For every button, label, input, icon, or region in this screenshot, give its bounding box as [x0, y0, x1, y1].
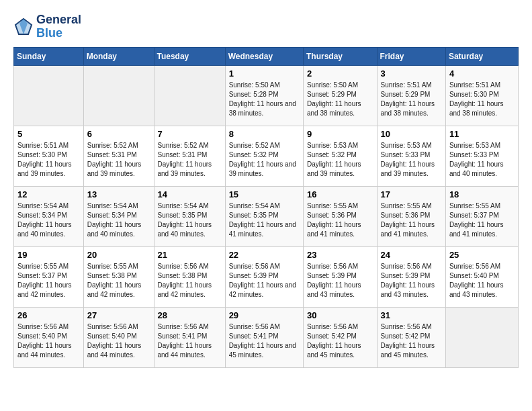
day-info: Sunrise: 5:55 AM Sunset: 5:36 PM Dayligh…: [381, 201, 442, 239]
calendar-cell: 19Sunrise: 5:55 AM Sunset: 5:37 PM Dayli…: [14, 246, 84, 307]
day-number: 26: [17, 310, 80, 320]
day-number: 5: [17, 129, 80, 139]
calendar-cell: 7Sunrise: 5:52 AM Sunset: 5:31 PM Daylig…: [154, 126, 225, 186]
day-number: 15: [229, 189, 300, 199]
day-number: 8: [229, 129, 300, 139]
day-number: 10: [381, 129, 442, 139]
day-number: 16: [307, 189, 373, 199]
weekday-header: Wednesday: [225, 47, 303, 65]
calendar-week-row: 12Sunrise: 5:54 AM Sunset: 5:34 PM Dayli…: [14, 186, 519, 246]
day-info: Sunrise: 5:55 AM Sunset: 5:36 PM Dayligh…: [307, 201, 373, 239]
weekday-header: Monday: [83, 47, 154, 65]
day-info: Sunrise: 5:55 AM Sunset: 5:37 PM Dayligh…: [449, 201, 515, 239]
day-info: Sunrise: 5:56 AM Sunset: 5:40 PM Dayligh…: [17, 322, 80, 360]
day-number: 9: [307, 129, 373, 139]
calendar-cell: 6Sunrise: 5:52 AM Sunset: 5:31 PM Daylig…: [83, 126, 154, 186]
logo-icon: [13, 17, 34, 37]
day-number: 13: [87, 189, 150, 199]
day-number: 3: [381, 68, 442, 79]
weekday-header: Tuesday: [154, 47, 225, 65]
calendar-cell: 8Sunrise: 5:52 AM Sunset: 5:32 PM Daylig…: [225, 126, 303, 186]
calendar-cell: 10Sunrise: 5:53 AM Sunset: 5:33 PM Dayli…: [377, 126, 445, 186]
day-info: Sunrise: 5:52 AM Sunset: 5:31 PM Dayligh…: [87, 141, 150, 179]
day-number: 27: [87, 310, 150, 320]
day-info: Sunrise: 5:56 AM Sunset: 5:40 PM Dayligh…: [449, 262, 515, 300]
calendar-cell: 13Sunrise: 5:54 AM Sunset: 5:34 PM Dayli…: [83, 186, 154, 246]
calendar-cell: [14, 65, 84, 126]
calendar-cell: 21Sunrise: 5:56 AM Sunset: 5:38 PM Dayli…: [154, 246, 225, 307]
calendar-cell: 9Sunrise: 5:53 AM Sunset: 5:32 PM Daylig…: [303, 126, 377, 186]
weekday-header: Sunday: [14, 47, 84, 65]
calendar-cell: [83, 65, 154, 126]
day-info: Sunrise: 5:56 AM Sunset: 5:39 PM Dayligh…: [381, 262, 442, 300]
calendar-cell: 14Sunrise: 5:54 AM Sunset: 5:35 PM Dayli…: [154, 186, 225, 246]
calendar-cell: 27Sunrise: 5:56 AM Sunset: 5:40 PM Dayli…: [83, 307, 154, 367]
day-number: 20: [87, 250, 150, 260]
day-number: 22: [229, 250, 300, 260]
day-info: Sunrise: 5:50 AM Sunset: 5:29 PM Dayligh…: [307, 81, 373, 118]
day-info: Sunrise: 5:52 AM Sunset: 5:32 PM Dayligh…: [229, 141, 300, 179]
day-number: 23: [307, 250, 373, 260]
calendar-cell: 12Sunrise: 5:54 AM Sunset: 5:34 PM Dayli…: [14, 186, 84, 246]
day-info: Sunrise: 5:51 AM Sunset: 5:30 PM Dayligh…: [17, 141, 80, 179]
day-info: Sunrise: 5:56 AM Sunset: 5:41 PM Dayligh…: [229, 322, 300, 360]
day-number: 17: [381, 189, 442, 199]
day-info: Sunrise: 5:56 AM Sunset: 5:40 PM Dayligh…: [87, 322, 150, 360]
day-info: Sunrise: 5:54 AM Sunset: 5:34 PM Dayligh…: [17, 201, 80, 239]
calendar-week-row: 5Sunrise: 5:51 AM Sunset: 5:30 PM Daylig…: [14, 126, 519, 186]
day-number: 6: [87, 129, 150, 139]
calendar-cell: 22Sunrise: 5:56 AM Sunset: 5:39 PM Dayli…: [225, 246, 303, 307]
day-number: 30: [307, 310, 373, 320]
calendar-cell: 23Sunrise: 5:56 AM Sunset: 5:39 PM Dayli…: [303, 246, 377, 307]
day-info: Sunrise: 5:56 AM Sunset: 5:38 PM Dayligh…: [158, 262, 222, 300]
day-info: Sunrise: 5:53 AM Sunset: 5:32 PM Dayligh…: [307, 141, 373, 179]
calendar-cell: 5Sunrise: 5:51 AM Sunset: 5:30 PM Daylig…: [14, 126, 84, 186]
day-info: Sunrise: 5:54 AM Sunset: 5:35 PM Dayligh…: [229, 201, 300, 239]
weekday-header: Thursday: [303, 47, 377, 65]
day-info: Sunrise: 5:54 AM Sunset: 5:34 PM Dayligh…: [87, 201, 150, 239]
calendar-cell: [445, 307, 518, 367]
calendar-body: 1Sunrise: 5:50 AM Sunset: 5:28 PM Daylig…: [14, 65, 519, 367]
calendar-cell: 24Sunrise: 5:56 AM Sunset: 5:39 PM Dayli…: [377, 246, 445, 307]
logo: General Blue: [13, 13, 81, 40]
calendar-header: SundayMondayTuesdayWednesdayThursdayFrid…: [14, 47, 519, 65]
day-info: Sunrise: 5:56 AM Sunset: 5:39 PM Dayligh…: [307, 262, 373, 300]
calendar-cell: 17Sunrise: 5:55 AM Sunset: 5:36 PM Dayli…: [377, 186, 445, 246]
day-number: 21: [158, 250, 222, 260]
day-number: 31: [381, 310, 442, 320]
calendar-cell: 18Sunrise: 5:55 AM Sunset: 5:37 PM Dayli…: [445, 186, 518, 246]
day-info: Sunrise: 5:51 AM Sunset: 5:30 PM Dayligh…: [449, 81, 515, 118]
day-info: Sunrise: 5:55 AM Sunset: 5:38 PM Dayligh…: [87, 262, 150, 300]
day-info: Sunrise: 5:51 AM Sunset: 5:29 PM Dayligh…: [381, 81, 442, 118]
day-number: 4: [449, 68, 515, 79]
calendar-cell: 28Sunrise: 5:56 AM Sunset: 5:41 PM Dayli…: [154, 307, 225, 367]
calendar-cell: 29Sunrise: 5:56 AM Sunset: 5:41 PM Dayli…: [225, 307, 303, 367]
calendar-cell: 11Sunrise: 5:53 AM Sunset: 5:33 PM Dayli…: [445, 126, 518, 186]
day-info: Sunrise: 5:56 AM Sunset: 5:42 PM Dayligh…: [381, 322, 442, 360]
calendar-week-row: 19Sunrise: 5:55 AM Sunset: 5:37 PM Dayli…: [14, 246, 519, 307]
day-number: 1: [229, 68, 300, 79]
weekday-header: Friday: [377, 47, 445, 65]
day-number: 19: [17, 250, 80, 260]
calendar-cell: 1Sunrise: 5:50 AM Sunset: 5:28 PM Daylig…: [225, 65, 303, 126]
day-number: 29: [229, 310, 300, 320]
calendar-cell: [154, 65, 225, 126]
calendar-cell: 20Sunrise: 5:55 AM Sunset: 5:38 PM Dayli…: [83, 246, 154, 307]
calendar-week-row: 26Sunrise: 5:56 AM Sunset: 5:40 PM Dayli…: [14, 307, 519, 367]
day-info: Sunrise: 5:50 AM Sunset: 5:28 PM Dayligh…: [229, 81, 300, 118]
day-info: Sunrise: 5:56 AM Sunset: 5:42 PM Dayligh…: [307, 322, 373, 360]
day-number: 28: [158, 310, 222, 320]
day-info: Sunrise: 5:53 AM Sunset: 5:33 PM Dayligh…: [381, 141, 442, 179]
calendar-cell: 31Sunrise: 5:56 AM Sunset: 5:42 PM Dayli…: [377, 307, 445, 367]
day-number: 24: [381, 250, 442, 260]
day-number: 7: [158, 129, 222, 139]
day-number: 12: [17, 189, 80, 199]
calendar-cell: 26Sunrise: 5:56 AM Sunset: 5:40 PM Dayli…: [14, 307, 84, 367]
logo-text: General Blue: [36, 13, 81, 40]
calendar-cell: 2Sunrise: 5:50 AM Sunset: 5:29 PM Daylig…: [303, 65, 377, 126]
calendar-cell: 3Sunrise: 5:51 AM Sunset: 5:29 PM Daylig…: [377, 65, 445, 126]
calendar-cell: 15Sunrise: 5:54 AM Sunset: 5:35 PM Dayli…: [225, 186, 303, 246]
day-info: Sunrise: 5:53 AM Sunset: 5:33 PM Dayligh…: [449, 141, 515, 179]
calendar-cell: 4Sunrise: 5:51 AM Sunset: 5:30 PM Daylig…: [445, 65, 518, 126]
calendar-week-row: 1Sunrise: 5:50 AM Sunset: 5:28 PM Daylig…: [14, 65, 519, 126]
